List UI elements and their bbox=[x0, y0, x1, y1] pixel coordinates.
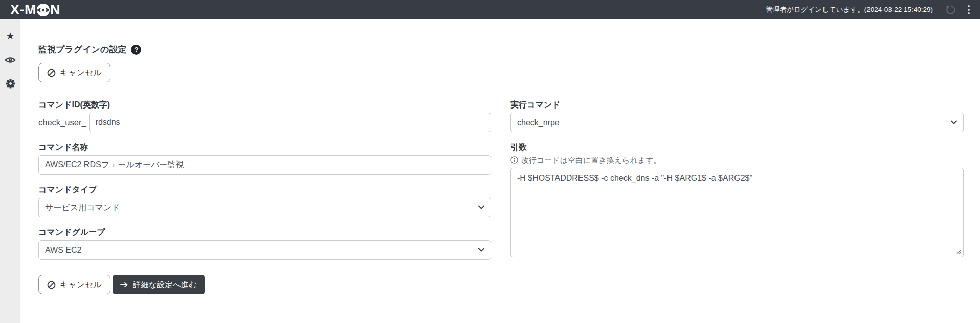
command-name-label: コマンド名称 bbox=[38, 142, 491, 152]
command-id-prefix: check_user_ bbox=[38, 118, 86, 127]
cancel-button-bottom[interactable]: キャンセル bbox=[38, 275, 110, 294]
login-status-text: 管理者がログインしています。(2024-03-22 15:40:29) bbox=[766, 5, 933, 14]
exec-command-label: 実行コマンド bbox=[510, 100, 964, 110]
cancel-button-top[interactable]: キャンセル bbox=[38, 63, 110, 82]
slash-circle-icon bbox=[47, 69, 56, 77]
slash-circle-icon bbox=[47, 281, 56, 289]
refresh-icon[interactable] bbox=[944, 4, 956, 16]
cancel-button-label: キャンセル bbox=[60, 68, 102, 78]
proceed-button-label: 詳細な設定へ進む bbox=[133, 279, 197, 290]
logo-text-left: X-M bbox=[10, 3, 36, 17]
exec-command-select[interactable]: check_nrpe bbox=[510, 113, 964, 132]
arguments-field-group: 引数 改行コードは空白に置き換えられます。 -H $HOSTADDRESS$ -… bbox=[510, 142, 964, 257]
arguments-textarea[interactable]: -H $HOSTADDRESS$ -c check_dns -a "-H $AR… bbox=[510, 168, 964, 257]
exec-command-field-group: 実行コマンド check_nrpe bbox=[510, 100, 964, 132]
eye-icon bbox=[5, 56, 16, 64]
eye-o-icon bbox=[36, 3, 51, 17]
arguments-note: 改行コードは空白に置き換えられます。 bbox=[510, 155, 964, 165]
command-group-label: コマンドグループ bbox=[38, 227, 491, 237]
command-id-input[interactable] bbox=[89, 113, 491, 132]
sidebar: ★ bbox=[0, 19, 20, 323]
header-right: 管理者がログインしています。(2024-03-22 15:40:29) bbox=[766, 4, 973, 16]
proceed-to-advanced-settings-button[interactable]: 詳細な設定へ進む bbox=[113, 275, 205, 294]
page-title: 監視プラグインの設定 bbox=[38, 44, 126, 55]
xmon-logo[interactable]: X-M N bbox=[10, 3, 60, 17]
command-name-input[interactable] bbox=[38, 155, 491, 175]
arrow-right-icon bbox=[120, 282, 128, 288]
command-group-field-group: コマンドグループ AWS EC2 bbox=[38, 227, 491, 260]
command-type-field-group: コマンドタイプ サービス用コマンド bbox=[38, 185, 491, 217]
cancel-button-label: キャンセル bbox=[60, 279, 102, 290]
form-actions: キャンセル 詳細な設定へ進む bbox=[38, 275, 491, 294]
page-header: 監視プラグインの設定 ? bbox=[38, 44, 964, 55]
command-type-select[interactable]: サービス用コマンド bbox=[38, 198, 491, 217]
top-bar: X-M N 管理者がログインしています。(2024-03-22 15:40:29… bbox=[0, 0, 980, 19]
star-icon: ★ bbox=[6, 32, 14, 41]
info-icon bbox=[510, 156, 518, 164]
plugin-settings-form: コマンドID(英数字) check_user_ コマンド名称 コマンドタイプ サ… bbox=[38, 100, 964, 294]
command-id-label: コマンドID(英数字) bbox=[38, 100, 491, 110]
form-right-column: 実行コマンド check_nrpe 引数 bbox=[510, 100, 964, 268]
sidebar-item-favorites[interactable]: ★ bbox=[5, 32, 16, 41]
form-left-column: コマンドID(英数字) check_user_ コマンド名称 コマンドタイプ サ… bbox=[38, 100, 491, 294]
command-group-select[interactable]: AWS EC2 bbox=[38, 240, 491, 260]
command-id-field-group: コマンドID(英数字) check_user_ bbox=[38, 100, 491, 132]
logo-text-right: N bbox=[50, 3, 60, 17]
command-type-label: コマンドタイプ bbox=[38, 185, 491, 195]
arguments-label: 引数 bbox=[510, 142, 964, 152]
sidebar-item-settings[interactable] bbox=[5, 79, 16, 88]
kebab-menu-icon[interactable] bbox=[965, 4, 973, 16]
command-name-field-group: コマンド名称 bbox=[38, 142, 491, 175]
main-content: 監視プラグインの設定 ? キャンセル コマンドID(英数字) check_use… bbox=[20, 19, 980, 323]
arguments-note-text: 改行コードは空白に置き換えられます。 bbox=[521, 155, 661, 165]
gear-icon bbox=[6, 79, 15, 89]
sidebar-item-monitoring[interactable] bbox=[5, 55, 16, 64]
help-icon[interactable]: ? bbox=[131, 45, 141, 55]
